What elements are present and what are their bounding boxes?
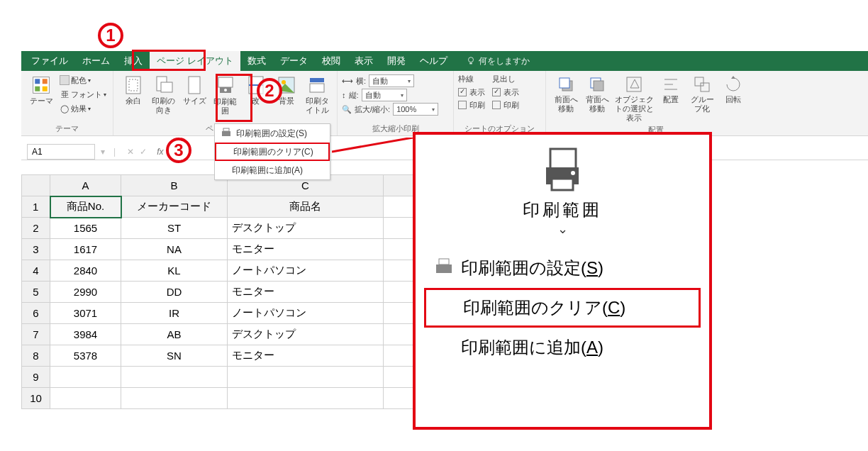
callout-number-3: 3 [166,138,191,163]
rotate-icon [724,75,742,94]
tab-home[interactable]: ホーム [75,51,117,71]
cell[interactable]: 3071 [50,303,121,324]
cell[interactable]: 2990 [50,282,121,303]
col-header-A[interactable]: A [50,175,121,196]
cell[interactable]: NA [121,239,228,260]
cell[interactable]: モニター [228,345,384,367]
print-area-button[interactable]: 印刷範囲 [210,74,240,118]
row-header[interactable]: 9 [22,367,50,388]
row-header[interactable]: 4 [22,260,50,282]
tab-review[interactable]: 校閲 [315,51,347,71]
cell[interactable]: ノートパソコン [228,260,384,282]
dd-set-print-area[interactable]: 印刷範囲の設定(S) [215,124,330,143]
headings-view-checkbox[interactable]: 表示 [492,86,519,99]
cell[interactable]: 商品No. [50,196,121,218]
group-label-themes: テーマ [26,123,108,134]
svg-rect-5 [43,87,48,91]
svg-point-13 [224,89,227,91]
svg-rect-35 [552,179,573,190]
cell[interactable]: モニター [228,282,384,303]
cell[interactable] [121,388,228,409]
cell[interactable]: デスクトップ [228,324,384,345]
cell[interactable]: KL [121,260,228,282]
row-header[interactable]: 10 [22,388,50,409]
tab-formulas[interactable]: 数式 [240,51,273,71]
theme-fonts-button[interactable]: 亜フォント▾ [60,88,106,101]
group-button[interactable]: グループ化 [686,74,718,115]
cell[interactable]: 5378 [50,345,121,367]
cell[interactable]: デスクトップ [228,218,384,239]
dd-add-to-print-area[interactable]: 印刷範囲に追加(A) [215,161,330,179]
tab-data[interactable]: データ [273,51,315,71]
cell[interactable] [228,388,384,409]
cell[interactable]: 1617 [50,239,121,260]
row-header[interactable]: 3 [22,239,50,260]
zoom-add-to-print-area[interactable]: 印刷範囲に追加(A) [424,328,701,367]
cell[interactable]: DD [121,282,228,303]
bring-forward-button[interactable]: 前面へ移動 [550,74,582,115]
cell[interactable] [121,367,228,388]
tab-insert[interactable]: 挿入 [117,51,150,71]
scale-height-select[interactable]: ↕縦: 自動▾ [342,88,438,102]
orientation-button[interactable]: 印刷の向き [148,74,179,116]
row-header[interactable]: 1 [22,196,50,218]
row-header[interactable]: 2 [22,218,50,239]
size-icon [184,75,204,95]
select-all-corner[interactable] [22,175,50,196]
zoom-set-print-area[interactable]: 印刷範囲の設定(S) [424,248,701,288]
cell[interactable]: AB [121,324,228,345]
zoom-clear-print-area[interactable]: 印刷範囲のクリア(C) [424,288,701,328]
cell[interactable]: 3984 [50,324,121,345]
cell[interactable]: SN [121,345,228,367]
tab-file[interactable]: ファイル [24,51,75,71]
tab-page-layout[interactable]: ページ レイアウト [150,51,240,71]
row-header[interactable]: 7 [22,324,50,345]
row-header[interactable]: 8 [22,345,50,367]
row-header[interactable]: 5 [22,282,50,303]
cell[interactable] [50,367,121,388]
rotate-button[interactable]: 回転 [718,74,749,106]
tab-view[interactable]: 表示 [347,51,380,71]
tell-me-input[interactable]: 何をしますか [466,55,530,67]
tab-help[interactable]: ヘルプ [413,51,455,71]
tab-developer[interactable]: 開発 [380,51,413,71]
scale-zoom-input[interactable]: 🔍拡大/縮小: 100%▾ [342,102,438,116]
name-box[interactable]: A1 [27,144,95,160]
zoom-print-area-button[interactable]: 印刷範囲 ⌄ [424,146,701,243]
dd-clear-print-area[interactable]: 印刷範囲のクリア(C) [215,143,330,161]
svg-rect-24 [627,77,641,91]
size-button[interactable]: サイズ [179,74,210,107]
svg-rect-38 [439,259,449,265]
cell[interactable]: 2840 [50,260,121,282]
svg-rect-30 [222,131,230,136]
cell[interactable]: ノートパソコン [228,303,384,324]
theme-colors-button[interactable]: 配色▾ [60,74,106,87]
cell[interactable]: ST [121,218,228,239]
col-header-B[interactable]: B [121,175,228,196]
group-icon [693,75,711,94]
cell[interactable] [228,367,384,388]
bring-forward-icon [557,75,575,94]
svg-rect-28 [695,77,703,86]
svg-rect-23 [594,81,603,91]
headings-print-checkbox[interactable]: 印刷 [492,99,519,111]
theme-effects-button[interactable]: ◯効果▾ [60,102,106,115]
cell[interactable]: モニター [228,239,384,260]
scale-width-select[interactable]: ⟷横: 自動▾ [342,74,438,88]
margins-button[interactable]: 余白 [118,74,148,107]
themes-button[interactable]: テーマ [26,74,57,107]
gridlines-view-checkbox[interactable]: 表示 [458,86,485,99]
send-backward-button[interactable]: 背面へ移動 [582,74,613,115]
cell[interactable]: IR [121,303,228,324]
cell[interactable]: 商品名 [228,196,384,218]
ribbon-tabs-bar: ファイル ホーム 挿入 ページ レイアウト 数式 データ 校閲 表示 開発 ヘル… [21,51,868,71]
print-area-icon [216,76,235,96]
cell[interactable] [50,388,121,409]
row-header[interactable]: 6 [22,303,50,324]
cell[interactable]: 1565 [50,218,121,239]
cell[interactable]: メーカーコード [121,196,228,218]
gridlines-print-checkbox[interactable]: 印刷 [458,99,485,111]
selection-pane-button[interactable]: オブジェクトの選択と表示 [613,74,655,125]
print-titles-button[interactable]: 印刷タイトル [302,74,333,116]
align-button[interactable]: 配置 [655,74,686,106]
